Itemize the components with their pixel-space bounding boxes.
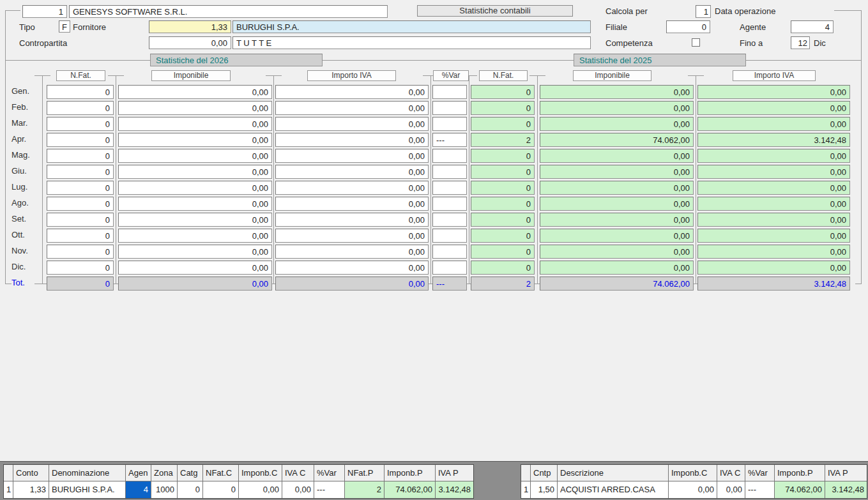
- stats-field-tot-imponibile-p[interactable]: 74.062,00: [540, 277, 694, 291]
- stats-field-nov-nfat-p[interactable]: 0: [471, 245, 535, 259]
- stats-field-feb-iva-c[interactable]: 0,00: [275, 101, 429, 115]
- stats-field-nov-nfat-c[interactable]: 0: [47, 245, 114, 259]
- stats-field-dic-iva-p[interactable]: 0,00: [697, 261, 850, 275]
- stats-field-giu-imponibile-p[interactable]: 0,00: [540, 165, 694, 179]
- stats-field-mag-nfat-c[interactable]: 0: [47, 149, 114, 163]
- stats-field-ago-iva-c[interactable]: 0,00: [275, 197, 429, 211]
- stats-field-apr-iva-p[interactable]: 3.142,48: [697, 133, 850, 147]
- stats-field-apr-imponibile-p[interactable]: 74.062,00: [540, 133, 694, 147]
- stats-field-feb-iva-p[interactable]: 0,00: [697, 101, 850, 115]
- stats-field-ago-var[interactable]: [432, 197, 467, 211]
- stats-field-tot-nfat-p[interactable]: 2: [471, 277, 535, 291]
- stats-field-giu-var[interactable]: [432, 165, 467, 179]
- company-name-field[interactable]: GENESYS SOFTWARE S.R.L.: [69, 5, 388, 18]
- stats-field-dic-nfat-p[interactable]: 0: [471, 261, 535, 275]
- stats-field-lug-imponibile-p[interactable]: 0,00: [540, 181, 694, 195]
- stats-field-ott-var[interactable]: [432, 229, 467, 243]
- stats-field-set-var[interactable]: [432, 213, 467, 227]
- filiale-field[interactable]: 0: [666, 20, 710, 33]
- contropartita-value-field[interactable]: 0,00: [149, 36, 231, 49]
- stats-field-mag-iva-p[interactable]: 0,00: [697, 149, 850, 163]
- stats-field-lug-iva-c[interactable]: 0,00: [275, 181, 429, 195]
- stats-field-gen-nfat-p[interactable]: 0: [471, 85, 535, 99]
- competenza-checkbox[interactable]: [692, 38, 700, 47]
- stats-field-tot-nfat-c[interactable]: 0: [47, 277, 114, 291]
- stats-field-gen-iva-p[interactable]: 0,00: [697, 85, 850, 99]
- stats-field-dic-iva-c[interactable]: 0,00: [275, 261, 429, 275]
- stats-field-nov-imponibile-c[interactable]: 0,00: [118, 245, 272, 259]
- stats-field-tot-iva-p[interactable]: 3.142,48: [697, 277, 850, 291]
- stats-field-mar-imponibile-c[interactable]: 0,00: [118, 117, 272, 131]
- bl-cell-nfatp[interactable]: 2: [345, 481, 385, 498]
- bl-cell-imponbc[interactable]: 0,00: [239, 481, 282, 498]
- stats-field-apr-var[interactable]: ---: [432, 133, 467, 147]
- bl-cell-conto[interactable]: 1,33: [13, 481, 49, 498]
- fornitore-code-field[interactable]: 1,33: [149, 20, 231, 33]
- stats-field-apr-nfat-p[interactable]: 2: [471, 133, 535, 147]
- stats-field-apr-iva-c[interactable]: 0,00: [275, 133, 429, 147]
- contropartita-name-field[interactable]: T U T T E: [232, 36, 591, 49]
- stats-field-mar-nfat-c[interactable]: 0: [47, 117, 114, 131]
- tipo-field[interactable]: F: [59, 20, 70, 33]
- stats-field-mag-nfat-p[interactable]: 0: [471, 149, 535, 163]
- stats-field-apr-imponibile-c[interactable]: 0,00: [118, 133, 272, 147]
- br-cell-descrizione[interactable]: ACQUISTI ARRED.CASA: [558, 481, 669, 498]
- stats-field-set-nfat-c[interactable]: 0: [47, 213, 114, 227]
- code-field[interactable]: 1: [22, 5, 67, 18]
- stats-field-lug-iva-p[interactable]: 0,00: [697, 181, 850, 195]
- agente-field[interactable]: 4: [791, 20, 834, 33]
- stats-field-giu-nfat-p[interactable]: 0: [471, 165, 535, 179]
- stats-field-gen-imponibile-p[interactable]: 0,00: [540, 85, 694, 99]
- stats-field-ago-imponibile-c[interactable]: 0,00: [118, 197, 272, 211]
- stats-field-tot-imponibile-c[interactable]: 0,00: [118, 277, 272, 291]
- stats-field-feb-nfat-p[interactable]: 0: [471, 101, 535, 115]
- stats-field-ott-imponibile-p[interactable]: 0,00: [540, 229, 694, 243]
- stats-field-mag-var[interactable]: [432, 149, 467, 163]
- bl-cell-zona[interactable]: 1000: [151, 481, 178, 498]
- bl-cell-denominazione[interactable]: BURUGHI S.P.A.: [49, 481, 126, 498]
- br-data-row[interactable]: 11,50ACQUISTI ARRED.CASA0,000,00---74.06…: [521, 481, 867, 498]
- bl-cell-var[interactable]: ---: [314, 481, 345, 498]
- bl-cell-ivac[interactable]: 0,00: [282, 481, 314, 498]
- bl-data-row[interactable]: 11,33BURUGHI S.P.A.41000000,000,00---274…: [4, 481, 473, 498]
- stats-field-nov-iva-c[interactable]: 0,00: [275, 245, 429, 259]
- stats-field-mar-nfat-p[interactable]: 0: [471, 117, 535, 131]
- stats-field-gen-nfat-c[interactable]: 0: [47, 85, 114, 99]
- stats-field-mag-imponibile-p[interactable]: 0,00: [540, 149, 694, 163]
- stats-field-set-nfat-p[interactable]: 0: [471, 213, 535, 227]
- stats-field-mag-iva-c[interactable]: 0,00: [275, 149, 429, 163]
- bl-cell-rownum[interactable]: 1: [4, 481, 13, 498]
- bl-cell-agen[interactable]: 4: [126, 481, 151, 498]
- stats-field-ott-iva-p[interactable]: 0,00: [697, 229, 850, 243]
- stats-field-set-imponibile-p[interactable]: 0,00: [540, 213, 694, 227]
- stats-field-giu-iva-c[interactable]: 0,00: [275, 165, 429, 179]
- br-cell-rownum[interactable]: 1: [521, 481, 531, 498]
- br-cell-imponbp[interactable]: 74.062,00: [775, 481, 825, 498]
- stats-field-giu-nfat-c[interactable]: 0: [47, 165, 114, 179]
- stats-field-ago-iva-p[interactable]: 0,00: [697, 197, 850, 211]
- fino-a-field[interactable]: 12: [791, 36, 810, 49]
- stats-field-mar-iva-p[interactable]: 0,00: [697, 117, 850, 131]
- br-cell-cntp[interactable]: 1,50: [531, 481, 558, 498]
- stats-field-gen-imponibile-c[interactable]: 0,00: [118, 85, 272, 99]
- stats-field-dic-imponibile-c[interactable]: 0,00: [118, 261, 272, 275]
- stats-field-set-imponibile-c[interactable]: 0,00: [118, 213, 272, 227]
- stats-field-lug-nfat-p[interactable]: 0: [471, 181, 535, 195]
- stats-field-lug-nfat-c[interactable]: 0: [47, 181, 114, 195]
- stats-field-giu-imponibile-c[interactable]: 0,00: [118, 165, 272, 179]
- stats-field-ott-imponibile-c[interactable]: 0,00: [118, 229, 272, 243]
- br-cell-var[interactable]: ---: [745, 481, 775, 498]
- stats-field-mar-imponibile-p[interactable]: 0,00: [540, 117, 694, 131]
- calcola-per-field[interactable]: 1: [696, 5, 711, 18]
- stats-field-giu-iva-p[interactable]: 0,00: [697, 165, 850, 179]
- stats-field-lug-var[interactable]: [432, 181, 467, 195]
- br-cell-imponbc[interactable]: 0,00: [669, 481, 717, 498]
- stats-field-feb-var[interactable]: [432, 101, 467, 115]
- stats-field-ago-nfat-p[interactable]: 0: [471, 197, 535, 211]
- stats-field-ago-imponibile-p[interactable]: 0,00: [540, 197, 694, 211]
- stats-field-dic-var[interactable]: [432, 261, 467, 275]
- bl-cell-imponbp[interactable]: 74.062,00: [385, 481, 436, 498]
- stats-field-mag-imponibile-c[interactable]: 0,00: [118, 149, 272, 163]
- stats-field-mar-var[interactable]: [432, 117, 467, 131]
- br-cell-ivap[interactable]: 3.142,48: [825, 481, 867, 498]
